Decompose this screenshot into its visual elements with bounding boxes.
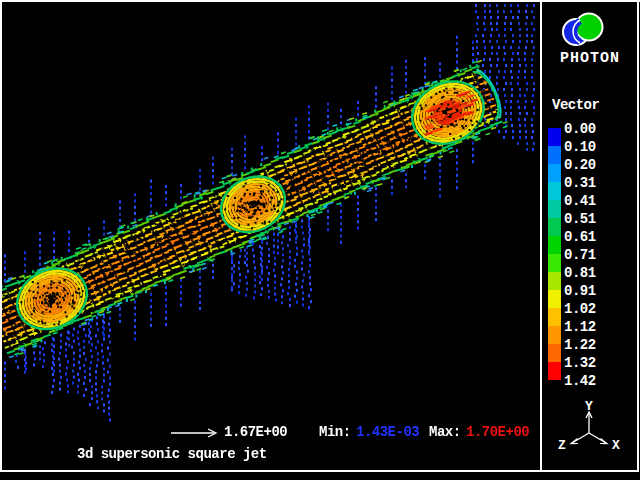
axis-label-x: X	[612, 438, 620, 453]
legend-value: 0.61	[564, 229, 596, 245]
legend-color-cell	[548, 218, 561, 236]
legend-value: 0.10	[564, 139, 596, 155]
legend-value: 1.22	[564, 337, 596, 353]
legend-color-cell	[548, 344, 561, 362]
reference-value: 1.67E+00	[224, 424, 287, 440]
legend-value: 0.51	[564, 211, 596, 227]
legend-color-cell	[548, 362, 561, 380]
legend-scale	[548, 128, 561, 380]
legend-color-cell	[548, 236, 561, 254]
legend-value: 1.42	[564, 373, 596, 389]
reference-arrow-icon	[170, 427, 222, 439]
axis-label-z: Z	[558, 438, 566, 453]
axis-label-y: Y	[585, 399, 593, 414]
legend-color-cell	[548, 164, 561, 182]
min-value: 1.43E-03	[356, 424, 419, 440]
legend-value: 0.31	[564, 175, 596, 191]
legend-color-cell	[548, 308, 561, 326]
frame-left	[0, 0, 2, 472]
photon-window: 1.67E+00 Min: 1.43E-03 Max: 1.70E+00 3d …	[0, 0, 640, 480]
legend-value: 1.02	[564, 301, 596, 317]
panel-divider	[540, 0, 542, 472]
legend-color-cell	[548, 272, 561, 290]
frame-top	[0, 0, 640, 2]
legend-color-cell	[548, 290, 561, 308]
axis-triad: Y Z X	[545, 398, 635, 462]
legend-color-cell	[548, 128, 561, 146]
legend-value: 0.41	[564, 193, 596, 209]
legend-color-cell	[548, 146, 561, 164]
legend-color-cell	[548, 254, 561, 272]
frame-bottom	[0, 470, 639, 472]
legend-value: 1.32	[564, 355, 596, 371]
min-label: Min:	[319, 424, 351, 440]
legend-value: 0.20	[564, 157, 596, 173]
legend-value: 0.81	[564, 265, 596, 281]
photon-logo-icon	[558, 8, 622, 52]
max-value: 1.70E+00	[466, 424, 529, 440]
vector-plot[interactable]	[0, 0, 540, 472]
legend-value: 1.12	[564, 319, 596, 335]
legend-value: 0.00	[564, 121, 596, 137]
legend-color-cell	[548, 182, 561, 200]
plot-caption: 3d supersonic square jet	[77, 446, 267, 462]
legend-title: Vector	[552, 97, 599, 113]
frame-right	[637, 0, 639, 472]
app-name: PHOTON	[540, 50, 640, 67]
legend-color-cell	[548, 200, 561, 218]
legend-color-cell	[548, 326, 561, 344]
max-label: Max:	[429, 424, 461, 440]
legend-value: 0.91	[564, 283, 596, 299]
legend-value: 0.71	[564, 247, 596, 263]
